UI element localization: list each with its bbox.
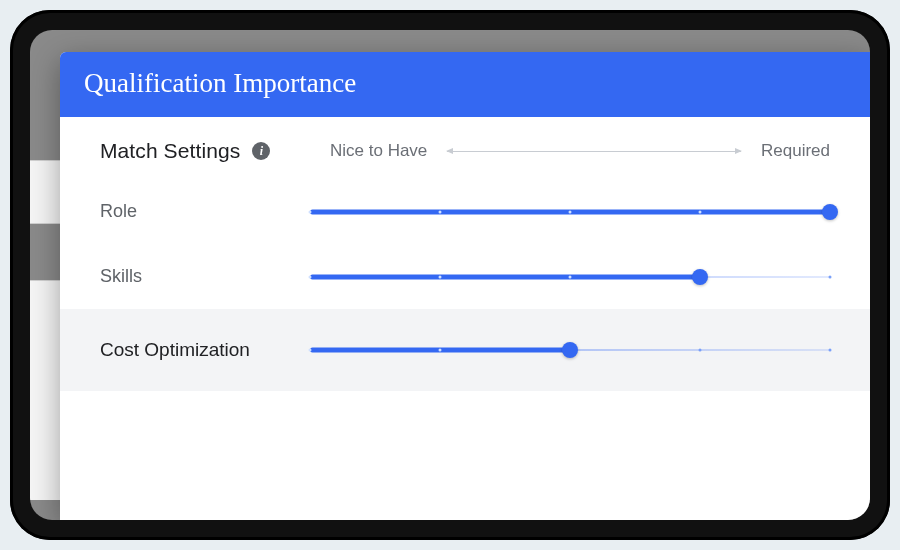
slider-thumb[interactable]	[562, 342, 578, 358]
slider-thumb[interactable]	[692, 269, 708, 285]
tablet-frame: hu Qualification Importance Match Settin…	[10, 10, 890, 540]
slider-fill	[310, 274, 700, 279]
slider-row: Cost Optimization	[60, 309, 870, 391]
slider-tick	[829, 275, 832, 278]
slider-tick	[439, 210, 442, 213]
dialog-footer-spacer	[60, 391, 870, 413]
section-header: Match Settings i Nice to Have Required	[100, 139, 830, 163]
section-title: Match Settings	[100, 139, 240, 163]
slider-thumb[interactable]	[822, 204, 838, 220]
importance-slider[interactable]	[310, 202, 830, 222]
slider-label: Role	[100, 201, 310, 222]
importance-slider[interactable]	[310, 340, 830, 360]
slider-tick	[309, 349, 312, 352]
slider-tick	[829, 349, 832, 352]
slider-tick	[309, 210, 312, 213]
slider-tick	[439, 349, 442, 352]
slider-label: Cost Optimization	[100, 339, 310, 361]
slider-tick	[439, 275, 442, 278]
slider-tick	[699, 349, 702, 352]
qualification-importance-dialog: Qualification Importance Match Settings …	[60, 52, 870, 520]
dialog-title: Qualification Importance	[60, 52, 870, 117]
slider-row: Role	[60, 179, 870, 244]
match-settings-section: Match Settings i Nice to Have Required	[60, 117, 870, 179]
importance-slider[interactable]	[310, 267, 830, 287]
info-icon[interactable]: i	[252, 142, 270, 160]
importance-scale: Nice to Have Required	[330, 141, 830, 161]
slider-tick	[569, 275, 572, 278]
slider-tick	[699, 210, 702, 213]
scale-low-label: Nice to Have	[330, 141, 427, 161]
slider-label: Skills	[100, 266, 310, 287]
tablet-screen: hu Qualification Importance Match Settin…	[30, 30, 870, 520]
scale-high-label: Required	[761, 141, 830, 161]
slider-tick	[569, 210, 572, 213]
slider-row: Skills	[60, 244, 870, 309]
scale-arrow-icon	[447, 151, 741, 152]
slider-tick	[309, 275, 312, 278]
